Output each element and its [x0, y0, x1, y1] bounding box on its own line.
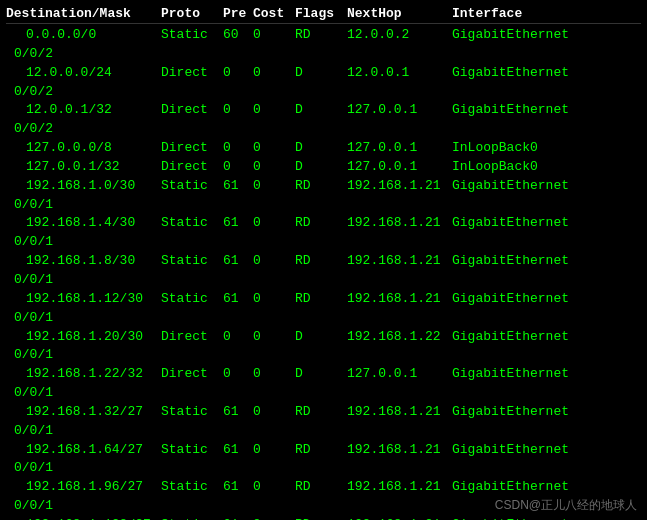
cell-flags: RD [295, 478, 347, 497]
cell-interface: GigabitEthernet [452, 177, 592, 196]
cell-pre: 61 [223, 516, 253, 520]
cell-dest: 192.168.1.0/30 [6, 177, 161, 196]
cell-cost: 0 [253, 328, 295, 347]
cell-nexthop: 192.168.1.21 [347, 478, 452, 497]
cell-sub-interface: 0/0/1 [6, 346, 53, 365]
table-row: 192.168.1.22/32Direct00D127.0.0.1Gigabit… [6, 365, 641, 384]
header-dest: Destination/Mask [6, 6, 161, 21]
cell-cost: 0 [253, 101, 295, 120]
cell-interface: GigabitEthernet [452, 328, 592, 347]
routing-table: Destination/Mask Proto Pre Cost Flags Ne… [0, 0, 647, 520]
cell-dest: 127.0.0.0/8 [6, 139, 161, 158]
cell-dest: 192.168.1.128/27 [6, 516, 161, 520]
cell-nexthop: 192.168.1.21 [347, 214, 452, 233]
cell-interface: GigabitEthernet [452, 365, 592, 384]
header-flags: Flags [295, 6, 347, 21]
cell-dest: 192.168.1.20/30 [6, 328, 161, 347]
cell-cost: 0 [253, 158, 295, 177]
cell-pre: 0 [223, 328, 253, 347]
cell-pre: 61 [223, 252, 253, 271]
table-sub-row: 0/0/2 [6, 120, 641, 139]
cell-pre: 61 [223, 403, 253, 422]
cell-sub-interface: 0/0/1 [6, 196, 53, 215]
cell-cost: 0 [253, 139, 295, 158]
cell-proto: Direct [161, 365, 223, 384]
cell-sub-interface: 0/0/1 [6, 384, 53, 403]
table-row: 192.168.1.0/30Static610RD192.168.1.21Gig… [6, 177, 641, 196]
cell-nexthop: 12.0.0.1 [347, 64, 452, 83]
cell-cost: 0 [253, 252, 295, 271]
cell-interface: InLoopBack0 [452, 158, 592, 177]
cell-flags: RD [295, 26, 347, 45]
cell-pre: 60 [223, 26, 253, 45]
cell-proto: Static [161, 26, 223, 45]
table-row: 127.0.0.0/8Direct00D127.0.0.1InLoopBack0 [6, 139, 641, 158]
cell-interface: GigabitEthernet [452, 214, 592, 233]
cell-nexthop: 192.168.1.21 [347, 177, 452, 196]
cell-cost: 0 [253, 214, 295, 233]
table-row: 12.0.0.1/32Direct00D127.0.0.1GigabitEthe… [6, 101, 641, 120]
cell-flags: RD [295, 516, 347, 520]
cell-dest: 192.168.1.22/32 [6, 365, 161, 384]
cell-nexthop: 127.0.0.1 [347, 158, 452, 177]
table-sub-row: 0/0/1 [6, 346, 641, 365]
cell-nexthop: 127.0.0.1 [347, 101, 452, 120]
cell-flags: D [295, 328, 347, 347]
cell-cost: 0 [253, 478, 295, 497]
table-sub-row: 0/0/2 [6, 83, 641, 102]
cell-flags: D [295, 139, 347, 158]
cell-proto: Direct [161, 158, 223, 177]
cell-dest: 192.168.1.4/30 [6, 214, 161, 233]
cell-nexthop: 192.168.1.21 [347, 252, 452, 271]
cell-interface: GigabitEthernet [452, 478, 592, 497]
cell-flags: D [295, 64, 347, 83]
cell-interface: GigabitEthernet [452, 252, 592, 271]
cell-flags: D [295, 101, 347, 120]
cell-pre: 0 [223, 158, 253, 177]
cell-cost: 0 [253, 26, 295, 45]
cell-proto: Direct [161, 139, 223, 158]
table-sub-row: 0/0/1 [6, 233, 641, 252]
cell-sub-interface: 0/0/1 [6, 459, 53, 478]
cell-flags: RD [295, 252, 347, 271]
cell-proto: Direct [161, 328, 223, 347]
cell-dest: 192.168.1.32/27 [6, 403, 161, 422]
cell-cost: 0 [253, 64, 295, 83]
cell-dest: 0.0.0.0/0 [6, 26, 161, 45]
header-interface: Interface [452, 6, 592, 21]
table-row: 12.0.0.0/24Direct00D12.0.0.1GigabitEther… [6, 64, 641, 83]
cell-cost: 0 [253, 441, 295, 460]
cell-proto: Direct [161, 64, 223, 83]
cell-pre: 61 [223, 290, 253, 309]
table-row: 192.168.1.32/27Static610RD192.168.1.21Gi… [6, 403, 641, 422]
cell-proto: Static [161, 516, 223, 520]
header-cost: Cost [253, 6, 295, 21]
table-row: 192.168.1.4/30Static610RD192.168.1.21Gig… [6, 214, 641, 233]
cell-sub-interface: 0/0/2 [6, 83, 53, 102]
table-row: 192.168.1.96/27Static610RD192.168.1.21Gi… [6, 478, 641, 497]
cell-sub-interface: 0/0/1 [6, 497, 53, 516]
cell-proto: Static [161, 177, 223, 196]
cell-dest: 127.0.0.1/32 [6, 158, 161, 177]
table-sub-row: 0/0/1 [6, 422, 641, 441]
cell-flags: D [295, 365, 347, 384]
cell-dest: 192.168.1.8/30 [6, 252, 161, 271]
cell-interface: GigabitEthernet [452, 441, 592, 460]
watermark: CSDN@正儿八经的地球人 [495, 497, 637, 514]
cell-sub-interface: 0/0/2 [6, 120, 53, 139]
cell-cost: 0 [253, 290, 295, 309]
cell-pre: 0 [223, 139, 253, 158]
cell-pre: 61 [223, 441, 253, 460]
cell-nexthop: 192.168.1.21 [347, 290, 452, 309]
cell-dest: 192.168.1.64/27 [6, 441, 161, 460]
cell-interface: GigabitEthernet [452, 516, 592, 520]
cell-proto: Direct [161, 101, 223, 120]
cell-sub-interface: 0/0/1 [6, 271, 53, 290]
table-row: 127.0.0.1/32Direct00D127.0.0.1InLoopBack… [6, 158, 641, 177]
cell-cost: 0 [253, 403, 295, 422]
cell-proto: Static [161, 478, 223, 497]
cell-pre: 0 [223, 64, 253, 83]
table-row: 192.168.1.64/27Static610RD192.168.1.21Gi… [6, 441, 641, 460]
table-sub-row: 0/0/2 [6, 45, 641, 64]
cell-flags: RD [295, 214, 347, 233]
